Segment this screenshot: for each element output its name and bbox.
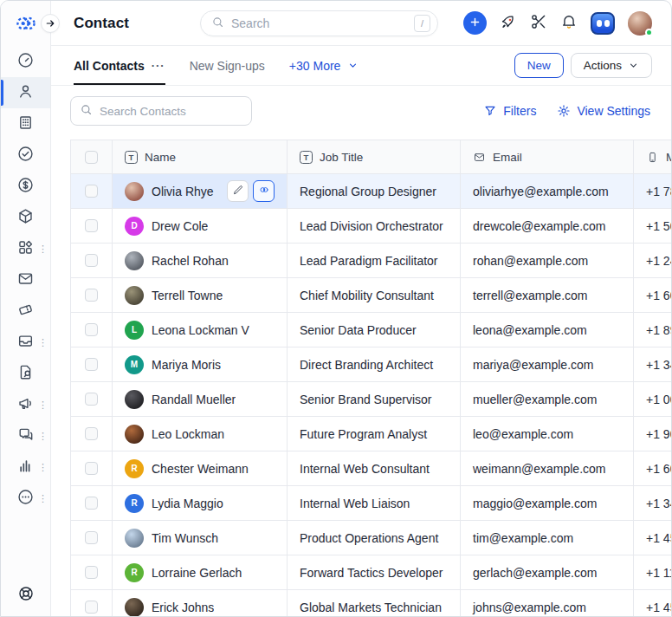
table-row[interactable]: DDrew Cole Lead Division Orchestrator dr…: [70, 209, 671, 244]
sidebar-item-cube[interactable]: [1, 202, 50, 233]
sidebar-item-ticket[interactable]: [1, 296, 50, 327]
kebab-menu-icon[interactable]: ⋮: [38, 494, 48, 503]
tab--30-more[interactable]: +30 More: [289, 46, 359, 85]
table-row[interactable]: RLorraine Gerlach Forward Tactics Develo…: [70, 555, 671, 590]
table-row[interactable]: Rachel Rohan Lead Paradigm Facilitator r…: [70, 244, 671, 278]
edit-button[interactable]: [227, 180, 249, 202]
row-checkbox[interactable]: [85, 462, 98, 475]
sidebar-item-bar-chart[interactable]: ⋮: [1, 451, 50, 483]
column-header-job-title[interactable]: T Job Title: [288, 140, 461, 174]
table-row[interactable]: Olivia Rhye Regional Group Designer oliv…: [70, 174, 671, 209]
row-checkbox[interactable]: [85, 393, 98, 406]
row-checkbox[interactable]: [85, 601, 98, 614]
contact-name-link[interactable]: Drew Cole: [152, 219, 208, 233]
table-row[interactable]: Tim Wunsch Product Operations Agent tim@…: [70, 521, 671, 555]
contact-name-link[interactable]: Lydia Maggio: [152, 497, 223, 510]
sidebar-item-mail[interactable]: [1, 264, 50, 296]
contacts-search-input[interactable]: [100, 105, 242, 118]
row-checkbox[interactable]: [85, 254, 98, 267]
contact-name-link[interactable]: Leo Lockman: [152, 427, 224, 441]
circle-check-icon: [16, 145, 35, 166]
table-row[interactable]: RLydia Maggio Internal Web Liaison maggi…: [70, 486, 671, 521]
row-checkbox[interactable]: [85, 497, 98, 510]
sidebar-toggle-button[interactable]: [41, 14, 60, 33]
sidebar-item-file-chat[interactable]: [1, 358, 50, 389]
contact-name-link[interactable]: Tim Wunsch: [152, 531, 218, 545]
contact-name-link[interactable]: Lorraine Gerlach: [152, 566, 242, 580]
column-header-mobile[interactable]: Mobile: [634, 140, 671, 174]
table-row[interactable]: MMariya Moris Direct Branding Architect …: [70, 347, 671, 382]
job-title-cell: Senior Data Producer: [288, 313, 461, 347]
column-header-name[interactable]: T Name: [113, 140, 288, 174]
global-search-input[interactable]: [231, 16, 407, 30]
sidebar-item-chat-bubbles[interactable]: ⋮: [1, 420, 50, 451]
row-checkbox[interactable]: [85, 358, 98, 371]
contact-name-link[interactable]: Erick Johns: [152, 601, 214, 614]
name-cell: Tim Wunsch: [113, 521, 288, 555]
create-button[interactable]: [463, 11, 487, 35]
mobile-cell: +1 60: [634, 451, 671, 486]
kebab-menu-icon[interactable]: ⋮: [38, 338, 48, 347]
column-header-email[interactable]: Email: [461, 140, 634, 174]
tab-new-sign-ups[interactable]: New Sign-ups: [190, 46, 265, 85]
avatar: [125, 598, 144, 617]
table-row[interactable]: Terrell Towne Chief Mobility Consultant …: [70, 278, 671, 313]
open-record-button[interactable]: [253, 180, 275, 202]
actions-dropdown-button[interactable]: Actions: [571, 53, 652, 78]
sidebar-item-person[interactable]: [1, 77, 50, 108]
contacts-search[interactable]: [70, 96, 252, 126]
contact-name-link[interactable]: Chester Weimann: [152, 462, 249, 476]
avatar: [125, 182, 144, 201]
contact-name-link[interactable]: Rachel Rohan: [152, 254, 229, 268]
sidebar-item-gauge[interactable]: [1, 46, 50, 77]
table-row[interactable]: Leo Lockman Future Program Analyst leo@e…: [70, 417, 671, 451]
select-all-checkbox[interactable]: [85, 151, 98, 164]
tab-all-contacts[interactable]: All Contacts ···: [74, 46, 165, 85]
contact-name-link[interactable]: Leona Lockman V: [152, 323, 249, 337]
kebab-menu-icon[interactable]: ⋮: [38, 432, 48, 441]
sidebar-item-circle-check[interactable]: [1, 140, 50, 171]
bell-button[interactable]: [560, 13, 578, 33]
user-avatar[interactable]: [628, 11, 652, 36]
chevron-down-icon: [628, 60, 639, 71]
row-checkbox[interactable]: [85, 185, 98, 198]
sidebar-item-apps-grid[interactable]: ⋮: [1, 233, 50, 264]
contact-name-link[interactable]: Terrell Towne: [152, 289, 223, 302]
avatar: R: [125, 494, 144, 513]
row-checkbox[interactable]: [85, 427, 98, 440]
sidebar-item-circle-dollar[interactable]: [1, 171, 50, 202]
row-checkbox[interactable]: [85, 219, 98, 232]
sidebar-item-circle-dots[interactable]: ⋮: [1, 483, 50, 514]
contact-name-link[interactable]: Randall Mueller: [152, 393, 236, 406]
table-row[interactable]: LLeona Lockman V Senior Data Producer le…: [70, 313, 671, 347]
row-checkbox[interactable]: [85, 566, 98, 579]
name-cell: RLorraine Gerlach: [113, 555, 288, 590]
contact-name-link[interactable]: Olivia Rhye: [152, 185, 214, 198]
row-checkbox[interactable]: [85, 289, 98, 302]
kebab-menu-icon[interactable]: ⋮: [38, 244, 48, 254]
kebab-menu-icon[interactable]: ⋮: [38, 463, 48, 472]
new-record-button[interactable]: New: [514, 53, 564, 78]
scissors-button[interactable]: [530, 13, 547, 33]
filters-button[interactable]: Filters: [483, 104, 536, 118]
table-row[interactable]: Erick Johns Global Markets Technician jo…: [70, 590, 671, 616]
tab-menu-icon[interactable]: ···: [152, 59, 165, 72]
row-checkbox[interactable]: [85, 323, 98, 336]
avatar: [125, 251, 144, 270]
sidebar: ⋮ ⋮ ⋮ ⋮ ⋮ ⋮: [1, 1, 51, 616]
global-search[interactable]: /: [200, 10, 438, 36]
sidebar-item-inbox[interactable]: ⋮: [1, 327, 50, 358]
name-cell: RLydia Maggio: [113, 486, 288, 521]
contact-name-link[interactable]: Mariya Moris: [152, 358, 221, 372]
view-settings-button[interactable]: View Settings: [557, 104, 650, 118]
sidebar-item-building[interactable]: [1, 108, 50, 140]
bot-assistant-button[interactable]: [591, 12, 615, 35]
sidebar-item-megaphone[interactable]: ⋮: [1, 389, 50, 420]
lifebuoy-icon[interactable]: [17, 585, 35, 602]
table-row[interactable]: RChester Weimann Internal Web Consultant…: [70, 451, 671, 486]
avatar: [125, 390, 144, 409]
table-row[interactable]: Randall Mueller Senior Brand Supervisor …: [70, 382, 671, 417]
rocket-button[interactable]: [500, 13, 517, 33]
kebab-menu-icon[interactable]: ⋮: [38, 400, 48, 410]
row-checkbox[interactable]: [85, 531, 98, 544]
